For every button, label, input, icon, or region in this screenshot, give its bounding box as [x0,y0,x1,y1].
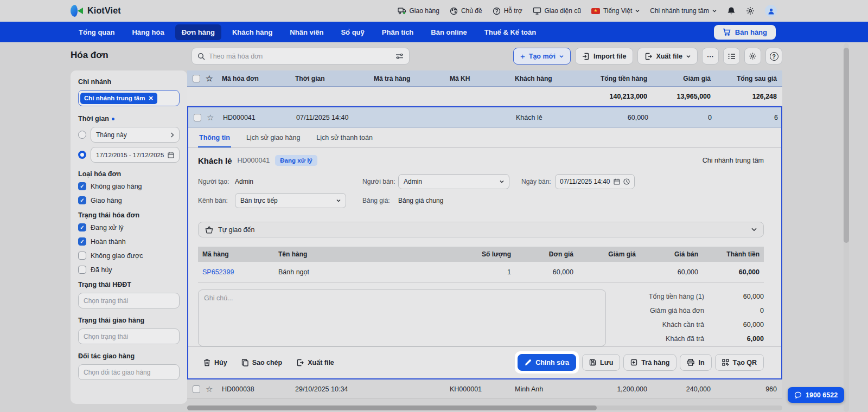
checkbox-checked[interactable]: ✓ [78,223,86,231]
table-settings-gear-button[interactable] [744,48,761,65]
cancel-invoice-button[interactable]: Hủy [198,356,233,370]
table-row-hd000041[interactable]: ☆ HD000041 07/11/2025 14:40 Khách lẻ 60,… [188,107,781,128]
delivery-partner-input[interactable] [78,364,180,380]
star-icon[interactable]: ☆ [206,384,222,394]
col-header-customer-code[interactable]: Mã KH [450,75,515,82]
horizontal-scrollbar-thumb[interactable] [187,405,597,410]
einvoice-status-label: Trạng thái HĐĐT [78,281,180,288]
edit-button[interactable]: Chỉnh sửa [518,354,576,371]
col-header-customer[interactable]: Khách hàng [515,75,596,82]
checkbox-checked[interactable]: ✓ [78,196,86,204]
filter-undeliverable[interactable]: Không giao được [78,252,180,260]
filter-completed[interactable]: ✓Hoàn thành [78,237,180,246]
invoice-discount-value: 0 [718,307,764,314]
col-header-time[interactable]: Thời gian [295,75,374,82]
user-avatar[interactable] [765,5,777,17]
sale-date-input[interactable]: 07/11/2025 14:40 [555,174,635,189]
sell-button[interactable]: Bán hàng [714,25,776,40]
return-goods-button[interactable]: Trả hàng [623,354,676,371]
checkbox-checked[interactable]: ✓ [78,237,86,246]
filter-cancelled[interactable]: Đã hủy [78,266,180,274]
nav-tab-don-hang[interactable]: Đơn hàng [175,24,221,40]
branch-selector[interactable]: Chi nhánh trung tâm [650,7,717,15]
vertical-scrollbar-thumb[interactable] [844,48,849,243]
col-header-after[interactable]: Tổng sau giá [711,75,777,82]
tab-thong-tin[interactable]: Thông tin [198,128,231,147]
einvoice-status-input[interactable] [78,293,180,308]
row-checkbox[interactable] [193,385,200,393]
settings-gear-icon[interactable] [746,7,755,15]
chevron-down-icon [686,54,691,59]
horizontal-scrollbar[interactable] [187,405,782,410]
branch-filter-input[interactable]: Chi nhánh trung tâm ✕ [78,90,180,106]
col-header-code[interactable]: Mã hóa đơn [222,75,295,82]
copy-button[interactable]: Sao chép [236,356,288,370]
filter-processing[interactable]: ✓Đang xử lý [78,223,180,231]
star-icon[interactable]: ☆ [207,113,223,123]
nav-tab-khach-hang[interactable]: Khách hàng [226,24,279,40]
nav-tab-nhan-vien[interactable]: Nhân viên [283,24,330,40]
col-header-total[interactable]: Tổng tiền hàng [596,75,647,82]
select-all-checkbox[interactable] [193,75,200,82]
tab-lich-su-giao-hang[interactable]: Lịch sử giao hàng [245,128,301,147]
import-file-button[interactable]: Import file [575,48,633,65]
filter-no-delivery[interactable]: ✓Không giao hàng [78,182,180,190]
nav-tab-ban-online[interactable]: Bán online [424,24,473,40]
create-new-button[interactable]: + Tạo mới [513,48,571,65]
col-header-discount[interactable]: Giảm giá [647,75,711,82]
checkbox-unchecked[interactable] [78,252,86,260]
item-row-sp652399: SP652399 Bánh ngọt 1 60,000 60,000 60,00… [198,262,764,282]
save-button[interactable]: Lưu [582,354,620,371]
export-invoice-button[interactable]: Xuất file [291,356,340,370]
tab-lich-su-thanh-toan[interactable]: Lịch sử thanh toán [315,128,374,147]
column-settings-button[interactable] [723,48,740,65]
topbar-item-old-ui[interactable]: Giao diện cũ [533,7,581,15]
time-preset-radio[interactable] [78,131,86,139]
vertical-scrollbar[interactable] [844,43,849,412]
palette-icon [450,7,458,15]
search-input[interactable] [209,53,392,60]
search-box[interactable] [192,48,410,65]
export-file-button[interactable]: Xuất file [637,48,698,65]
filter-sliders-icon[interactable] [395,53,404,60]
time-preset-select[interactable]: Tháng này [91,127,180,143]
filter-delivery[interactable]: ✓Giao hàng [78,196,180,204]
chip-close-icon[interactable]: ✕ [148,95,153,102]
seller-select[interactable]: Admin [398,174,509,189]
topbar-item-support[interactable]: Hỗ trợ [493,7,522,15]
nav-tab-so-quy[interactable]: Sổ quỹ [334,24,371,40]
creator-label: Người tạo: [198,178,235,185]
language-selector[interactable]: ★ Tiếng Việt [591,7,640,15]
delivery-status-input[interactable] [78,329,180,344]
nav-tab-hang-hoa[interactable]: Hàng hóa [125,24,170,40]
print-button[interactable]: In [680,354,711,371]
checkbox-unchecked[interactable] [78,266,86,274]
topbar-item-theme[interactable]: Chủ đề [450,7,482,15]
time-range-radio[interactable] [78,151,86,159]
item-code-link[interactable]: SP652399 [202,268,278,276]
notifications-bell-icon[interactable] [727,7,736,16]
channel-select[interactable]: Bán trực tiếp [235,193,346,208]
brand[interactable]: KiotViet [71,4,121,17]
help-button[interactable]: ? [765,48,782,65]
chevron-right-icon [170,132,174,138]
help-chat-icon [493,7,501,15]
col-header-return[interactable]: Mã trả hàng [374,75,450,82]
create-qr-button[interactable]: Tạo QR [715,354,764,371]
topbar-item-delivery[interactable]: Giao hàng [398,7,439,15]
note-textarea[interactable] [198,289,606,346]
edit-button-spotlight: Chỉnh sửa [515,351,579,374]
delivery-collapse-bar[interactable]: Tự giao đến [198,222,764,237]
table-row-hd000038[interactable]: ☆ HD000038 29/10/2025 10:34 KH000001 Min… [187,379,782,399]
item-col-qty: Số lượng [457,250,511,258]
items-header-row: Mã hàng Tên hàng Số lượng Đơn giá Giảm g… [198,247,764,262]
more-actions-button[interactable]: ⋯ [702,48,719,65]
nav-tab-tong-quan[interactable]: Tổng quan [72,24,121,40]
support-hotline-button[interactable]: 1900 6522 [788,387,844,403]
checkbox-checked[interactable]: ✓ [78,182,86,190]
time-range-select[interactable]: 17/12/2015 - 17/12/2025 [91,147,180,163]
nav-tab-phan-tich[interactable]: Phân tích [375,24,420,40]
row-checkbox[interactable] [194,114,201,121]
nav-tab-thue-ke-toan[interactable]: Thuế & Kế toán [478,24,542,40]
monitor-icon [533,7,541,15]
